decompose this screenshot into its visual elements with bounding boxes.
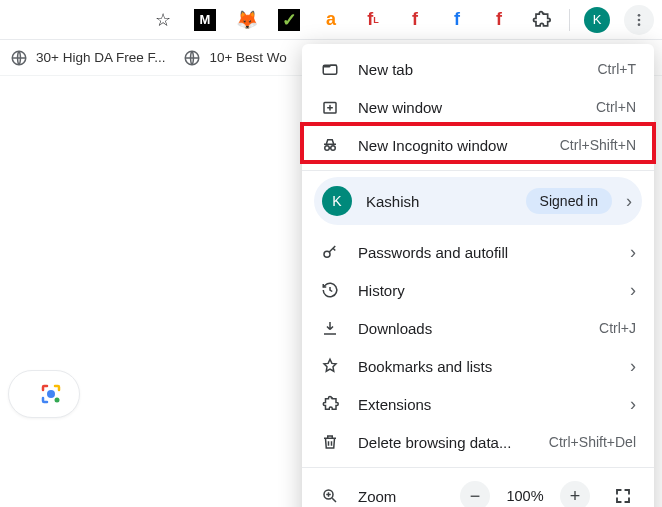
svg-point-1	[638, 18, 641, 21]
svg-point-11	[324, 251, 330, 257]
browser-toolbar: ☆ M 🦊 a fL f f f K	[0, 0, 662, 40]
zoom-out-button[interactable]: −	[460, 481, 490, 507]
profile-name: Kashish	[366, 193, 512, 210]
signed-in-chip: Signed in	[526, 188, 612, 214]
extension-f3-icon[interactable]: f	[485, 6, 513, 34]
tab-icon	[320, 60, 340, 78]
bookmark-item-2[interactable]: 10+ Best Wo	[183, 49, 286, 67]
menu-passwords[interactable]: Passwords and autofill ›	[302, 233, 654, 271]
overflow-menu: New tab Ctrl+T New window Ctrl+N New Inc…	[302, 44, 654, 507]
menu-divider	[302, 467, 654, 468]
menu-downloads[interactable]: Downloads Ctrl+J	[302, 309, 654, 347]
menu-item-label: Extensions	[358, 396, 612, 413]
chevron-right-icon: ›	[630, 356, 636, 377]
svg-point-2	[638, 23, 641, 26]
bookmark-item-1[interactable]: 30+ High DA Free F...	[10, 49, 165, 67]
extensions-puzzle-icon[interactable]	[527, 6, 555, 34]
chevron-right-icon: ›	[626, 191, 632, 212]
menu-item-label: History	[358, 282, 612, 299]
profile-avatar-icon[interactable]: K	[584, 7, 610, 33]
bookmark-star-icon[interactable]: ☆	[149, 6, 177, 34]
menu-item-label: Downloads	[358, 320, 581, 337]
menu-item-shortcut: Ctrl+Shift+Del	[549, 434, 636, 450]
zoom-percent: 100%	[504, 488, 546, 504]
svg-point-10	[331, 146, 336, 151]
toolbar-separator	[569, 9, 570, 31]
zoom-in-button[interactable]: +	[560, 481, 590, 507]
menu-divider	[302, 170, 654, 171]
menu-item-label: New window	[358, 99, 578, 116]
extension-check-icon[interactable]	[275, 6, 303, 34]
svg-point-6	[55, 398, 60, 403]
puzzle-icon	[320, 395, 340, 413]
fullscreen-button[interactable]	[610, 483, 636, 507]
menu-button[interactable]	[624, 5, 654, 35]
extension-f2-icon[interactable]: f	[443, 6, 471, 34]
menu-item-shortcut: Ctrl+T	[598, 61, 637, 77]
extension-f1-icon[interactable]: f	[401, 6, 429, 34]
menu-incognito[interactable]: New Incognito window Ctrl+Shift+N	[302, 126, 654, 164]
menu-profile[interactable]: K Kashish Signed in ›	[314, 177, 642, 225]
download-icon	[320, 319, 340, 337]
extension-a-icon[interactable]: a	[317, 6, 345, 34]
svg-point-0	[638, 14, 641, 17]
bookmark-star-icon	[320, 357, 340, 375]
key-icon	[320, 243, 340, 261]
bookmark-label: 10+ Best Wo	[209, 50, 286, 65]
chevron-right-icon: ›	[630, 280, 636, 301]
menu-extensions[interactable]: Extensions ›	[302, 385, 654, 423]
new-window-icon	[320, 98, 340, 116]
globe-icon	[183, 49, 201, 67]
menu-new-tab[interactable]: New tab Ctrl+T	[302, 50, 654, 88]
menu-bookmarks[interactable]: Bookmarks and lists ›	[302, 347, 654, 385]
lens-icon	[39, 382, 63, 406]
zoom-icon	[320, 487, 340, 505]
chevron-right-icon: ›	[630, 242, 636, 263]
menu-item-label: Delete browsing data...	[358, 434, 531, 451]
menu-item-label: Passwords and autofill	[358, 244, 612, 261]
bookmark-label: 30+ High DA Free F...	[36, 50, 165, 65]
incognito-icon	[320, 136, 340, 154]
profile-avatar-icon: K	[322, 186, 352, 216]
extension-m-icon[interactable]: M	[191, 6, 219, 34]
menu-item-shortcut: Ctrl+Shift+N	[560, 137, 636, 153]
google-lens-button[interactable]	[8, 370, 80, 418]
menu-zoom: Zoom − 100% +	[302, 474, 654, 507]
menu-clear-data[interactable]: Delete browsing data... Ctrl+Shift+Del	[302, 423, 654, 461]
menu-item-label: Bookmarks and lists	[358, 358, 612, 375]
zoom-label: Zoom	[358, 488, 442, 505]
history-icon	[320, 281, 340, 299]
svg-point-9	[325, 146, 330, 151]
menu-item-label: New Incognito window	[358, 137, 542, 154]
trash-icon	[320, 433, 340, 451]
svg-point-5	[47, 390, 55, 398]
extension-fox-icon[interactable]: 🦊	[233, 6, 261, 34]
menu-new-window[interactable]: New window Ctrl+N	[302, 88, 654, 126]
menu-item-shortcut: Ctrl+J	[599, 320, 636, 336]
globe-icon	[10, 49, 28, 67]
menu-item-shortcut: Ctrl+N	[596, 99, 636, 115]
menu-item-label: New tab	[358, 61, 580, 78]
menu-history[interactable]: History ›	[302, 271, 654, 309]
chevron-right-icon: ›	[630, 394, 636, 415]
extension-fl-icon[interactable]: fL	[359, 6, 387, 34]
